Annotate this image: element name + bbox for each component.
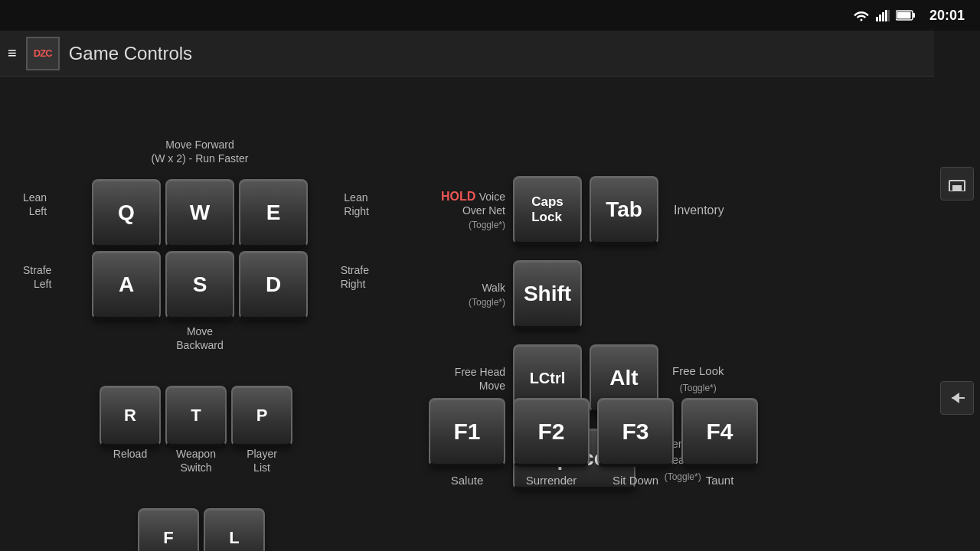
fkeys-section: F1 F2 F3 F4 Salute Surrender Sit Down Ta…	[429, 398, 758, 488]
key-l[interactable]: L	[204, 508, 265, 551]
right-nav	[934, 31, 980, 551]
battery-icon	[896, 10, 916, 21]
key-f2[interactable]: F2	[513, 398, 590, 467]
fl-row: F L	[138, 508, 265, 551]
key-f[interactable]: F	[138, 508, 199, 551]
svg-rect-4	[885, 10, 887, 21]
svg-rect-5	[888, 10, 890, 21]
key-s[interactable]: S	[165, 251, 234, 320]
key-e[interactable]: E	[239, 179, 308, 248]
status-icons: 20:01	[853, 8, 965, 24]
svg-point-0	[860, 19, 862, 21]
key-p[interactable]: P	[231, 386, 292, 447]
wifi-icon	[853, 9, 870, 21]
salute-label: Salute	[429, 473, 505, 488]
key-a[interactable]: A	[92, 251, 161, 320]
status-time: 20:01	[929, 8, 965, 24]
svg-rect-7	[913, 13, 915, 18]
key-r[interactable]: R	[100, 386, 161, 447]
extra-keys-section: F L	[138, 505, 265, 551]
free-head-label: Free HeadMove	[429, 365, 505, 393]
key-t[interactable]: T	[165, 386, 227, 447]
move-forward-label: Move Forward (W x 2) - Run Faster	[152, 138, 249, 165]
surrender-label: Surrender	[513, 473, 590, 488]
reload-label: Reload	[100, 447, 161, 474]
free-look-label: Free Look(Toggle*)	[672, 363, 724, 395]
move-backward-label: MoveBackward	[92, 324, 308, 352]
svg-rect-2	[879, 15, 881, 21]
asd-row: A S D	[92, 251, 308, 320]
inventory-label: Inventory	[674, 203, 724, 219]
strafe-right-label: StrafeRight	[341, 263, 369, 291]
nav-back-button[interactable]	[940, 381, 974, 415]
signal-icon	[876, 9, 890, 21]
rtp-row: R T P	[100, 386, 292, 447]
qwe-row: Q W E	[92, 179, 308, 248]
wasd-section: Move Forward (W x 2) - Run Faster LeanLe…	[92, 176, 308, 352]
app-logo: DZC	[26, 37, 60, 70]
fkeys-labels: Salute Surrender Sit Down Taunt	[429, 473, 758, 488]
strafe-left-label: StrafeLeft	[23, 263, 51, 291]
svg-rect-1	[876, 17, 878, 21]
walk-label: Walk(Toggle*)	[429, 281, 505, 309]
move-forward-text: Move Forward (W x 2) - Run Faster	[152, 138, 249, 165]
walk-row: Walk(Toggle*) Shift	[429, 260, 724, 329]
back-icon	[948, 391, 966, 405]
page-title: Game Controls	[69, 43, 192, 64]
svg-rect-3	[882, 12, 884, 21]
bottom-keys-section: R T P Reload WeaponSwitch PlayerList	[100, 383, 292, 474]
sit-down-label: Sit Down	[597, 473, 674, 488]
app-header: ≡ DZC Game Controls	[0, 31, 980, 77]
fkeys-row: F1 F2 F3 F4	[429, 398, 758, 467]
key-f3[interactable]: F3	[597, 398, 674, 467]
key-caps-lock[interactable]: CapsLock	[513, 176, 582, 245]
status-bar: 20:01	[0, 0, 980, 31]
key-shift[interactable]: Shift	[513, 260, 582, 329]
key-tab[interactable]: Tab	[590, 176, 658, 245]
key-f1[interactable]: F1	[429, 398, 505, 467]
nav-home-button[interactable]	[940, 167, 974, 201]
main-content: Move Forward (W x 2) - Run Faster LeanLe…	[0, 77, 934, 551]
weapon-switch-label: WeaponSwitch	[165, 447, 227, 474]
menu-icon[interactable]: ≡	[8, 44, 17, 62]
lean-left-label: LeanLeft	[23, 191, 47, 218]
voice-row: HOLD VoiceOver Net(Toggle*) CapsLock Tab…	[429, 176, 724, 245]
rtp-labels: Reload WeaponSwitch PlayerList	[100, 447, 292, 474]
key-q[interactable]: Q	[92, 179, 161, 248]
voice-label: HOLD VoiceOver Net(Toggle*)	[429, 190, 505, 232]
key-f4[interactable]: F4	[681, 398, 758, 467]
svg-rect-8	[897, 12, 910, 19]
player-list-label: PlayerList	[231, 447, 292, 474]
key-w[interactable]: W	[165, 179, 234, 248]
home-icon	[948, 176, 966, 191]
lean-right-label: LeanRight	[344, 191, 369, 218]
taunt-label: Taunt	[681, 473, 758, 488]
svg-rect-10	[952, 185, 962, 191]
key-d[interactable]: D	[239, 251, 308, 320]
